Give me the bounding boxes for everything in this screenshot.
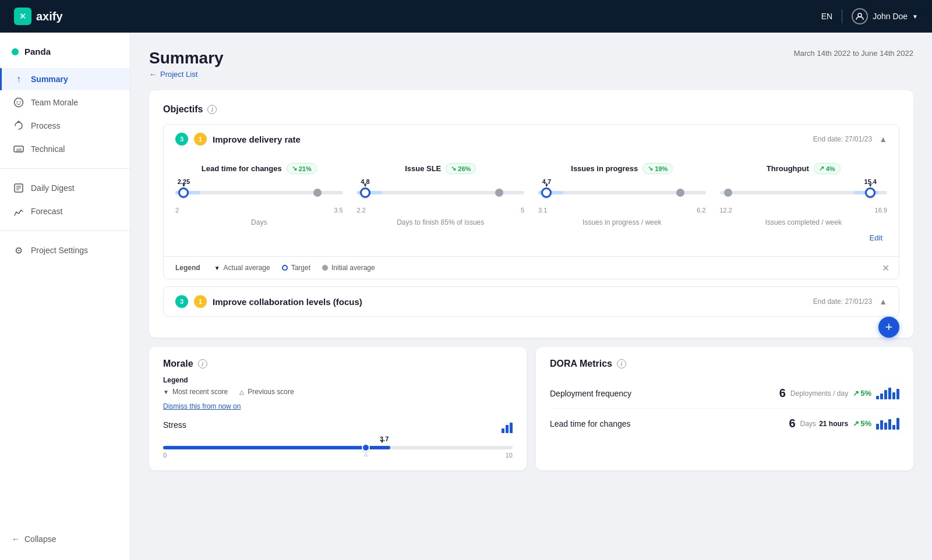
sidebar-item-process[interactable]: Process	[0, 115, 130, 137]
stress-max: 10	[506, 452, 513, 459]
topnav: ✕ axify EN John Doe ▼	[0, 0, 932, 33]
sidebar-item-summary[interactable]: ↑ Summary	[0, 68, 130, 90]
metric-issues-in-progress: Issues in progress ↘ 19%	[538, 163, 706, 226]
change-badge-throughput: ↗ 4%	[814, 163, 841, 174]
bar-2	[880, 394, 883, 399]
breadcrumb[interactable]: ← Project List	[149, 70, 224, 79]
bar-6	[896, 389, 899, 399]
dropdown-arrow-icon[interactable]: ▼	[912, 13, 918, 20]
legend-initial: Initial average	[322, 264, 375, 272]
lead-time-chart-icon[interactable]	[876, 418, 899, 430]
metric-label-issue-sle: Issue SLE ↘ 26%	[405, 163, 476, 174]
metric-unit-lead-time: Days	[251, 218, 267, 226]
collapse-icon: ←	[12, 534, 20, 544]
dora-row-lead-time: Lead time for changes 6 Days 21 hours ↗ …	[550, 409, 899, 438]
header-left: Summary ← Project List	[149, 49, 224, 79]
sidebar-item-label: Daily Digest	[31, 183, 75, 193]
bar-2b	[880, 420, 883, 430]
bottom-grid: Morale i Legend ▼ Most recent score △ Pr…	[149, 347, 913, 470]
sidebar-divider	[0, 168, 130, 169]
dora-rows: Deployment frequency 6 Deployments / day…	[550, 378, 899, 438]
circle-gray-icon	[322, 265, 328, 271]
dora-row-deployment: Deployment frequency 6 Deployments / day…	[550, 378, 899, 409]
user-avatar	[852, 8, 868, 24]
dora-title: DORA Metrics i	[550, 359, 899, 369]
bar-5b	[892, 425, 895, 430]
metrics-grid: Lead time for changes ↘ 21%	[175, 163, 887, 226]
collapse-label: Collapse	[24, 534, 56, 544]
objective-1: 3 1 Improve delivery rate End date: 27/0…	[163, 124, 899, 279]
range-issues-in-progress[interactable]: 4.7 ▼ 3.1 6.2	[538, 181, 706, 214]
lang-selector[interactable]: EN	[821, 12, 832, 21]
morale-legend-items: ▼ Most recent score △ Previous score	[163, 388, 513, 396]
change-badge-issues-in-progress: ↘ 19%	[642, 163, 673, 174]
stress-arrow-icon: ▼	[380, 439, 384, 444]
range-throughput[interactable]: 15.4 ▼ 12.2 16.9	[720, 181, 888, 214]
daily-digest-icon	[13, 183, 24, 193]
collapse-chevron-up-icon[interactable]: ▲	[879, 134, 887, 144]
legend-actual: ▼ Actual average	[214, 264, 270, 272]
change-badge-issue-sle: ↘ 26%	[446, 163, 476, 174]
sidebar-bottom: ← Collapse	[0, 527, 130, 551]
stress-section: Stress 3.7 ▼	[163, 420, 513, 459]
svg-text:{#}: {#}	[16, 148, 22, 153]
collapse-button[interactable]: ← Collapse	[12, 534, 118, 544]
bar-segment	[510, 423, 513, 433]
circle-blue-icon	[282, 265, 288, 271]
triangle-down-icon: ▼	[163, 389, 169, 395]
objective-1-end-date: End date: 27/01/23	[813, 135, 872, 143]
bar-1	[876, 396, 879, 399]
bar-6b	[896, 418, 899, 430]
legend-previous: △ Previous score	[239, 388, 294, 396]
dora-card: DORA Metrics i Deployment frequency 6 De…	[536, 347, 913, 470]
metric-label-issues-in-progress: Issues in progress ↘ 19%	[571, 163, 673, 174]
bar-4	[888, 388, 891, 399]
edit-button[interactable]: Edit	[865, 231, 887, 244]
main-layout: Panda ↑ Summary Team Morale	[0, 33, 932, 560]
content-area: Summary ← Project List March 14th 2022 t…	[130, 33, 932, 560]
objective-2-right: End date: 27/01/23 ▲	[813, 297, 887, 306]
objective-1-left: 3 1 Improve delivery rate	[175, 133, 301, 146]
bar-segment	[506, 425, 509, 433]
svg-point-3	[20, 101, 21, 102]
sidebar-item-label: Team Morale	[31, 98, 78, 107]
bar-1b	[876, 424, 879, 430]
legend-label: Legend	[175, 264, 200, 272]
svg-point-2	[17, 101, 18, 102]
metric-unit-issue-sle: Days to finish 85% of issues	[397, 218, 484, 226]
dismiss-link[interactable]: Dismiss this from now on	[163, 400, 513, 411]
close-legend-button[interactable]: ✕	[882, 263, 889, 274]
stress-bar-icon[interactable]	[502, 421, 513, 433]
deployment-chart-icon[interactable]	[876, 388, 899, 399]
page-header: Summary ← Project List March 14th 2022 t…	[149, 49, 913, 79]
metric-unit-throughput: Issues completed / week	[765, 218, 842, 226]
logo-icon: ✕	[14, 8, 31, 25]
objective-1-header[interactable]: 3 1 Improve delivery rate End date: 27/0…	[164, 125, 899, 154]
dora-deployment-label: Deployment frequency	[550, 389, 631, 398]
morale-info-icon[interactable]: i	[198, 359, 207, 368]
morale-title-text: Morale	[163, 359, 193, 369]
user-menu[interactable]: John Doe ▼	[852, 8, 918, 24]
sidebar-item-daily-digest[interactable]: Daily Digest	[0, 177, 130, 199]
svg-point-0	[858, 13, 862, 17]
arrow-up-icon-dora-2: ↗	[853, 419, 859, 428]
objective-2-header[interactable]: 3 1 Improve collaboration levels (focus)…	[164, 287, 899, 316]
range-lead-time[interactable]: 2.25 ▼ 2 3.5	[175, 181, 343, 214]
add-objective-button[interactable]: +	[878, 317, 899, 338]
objectifs-title-text: Objectifs	[163, 104, 203, 115]
sidebar-item-team-morale[interactable]: Team Morale	[0, 91, 130, 114]
expand-chevron-up-icon[interactable]: ▲	[879, 297, 887, 306]
objective-1-right: End date: 27/01/23 ▲	[813, 134, 887, 144]
morale-card: Morale i Legend ▼ Most recent score △ Pr…	[149, 347, 527, 470]
date-range: March 14th 2022 to June 14th 2022	[794, 49, 913, 58]
sidebar-item-technical[interactable]: {#} Technical	[0, 138, 130, 160]
bar-3	[884, 390, 887, 399]
dora-info-icon[interactable]: i	[617, 359, 626, 368]
objectifs-info-icon[interactable]: i	[207, 105, 217, 114]
stress-track[interactable]: 3.7 ▼ △ 0 10	[163, 446, 513, 459]
app-name: axify	[36, 10, 63, 23]
sidebar-item-project-settings[interactable]: ⚙ Project Settings	[0, 239, 130, 261]
sidebar-item-forecast[interactable]: Forecast	[0, 200, 130, 222]
range-issue-sle[interactable]: 4.8 ▼ 2.2 5	[357, 181, 525, 214]
objectifs-title: Objectifs i	[163, 104, 899, 115]
